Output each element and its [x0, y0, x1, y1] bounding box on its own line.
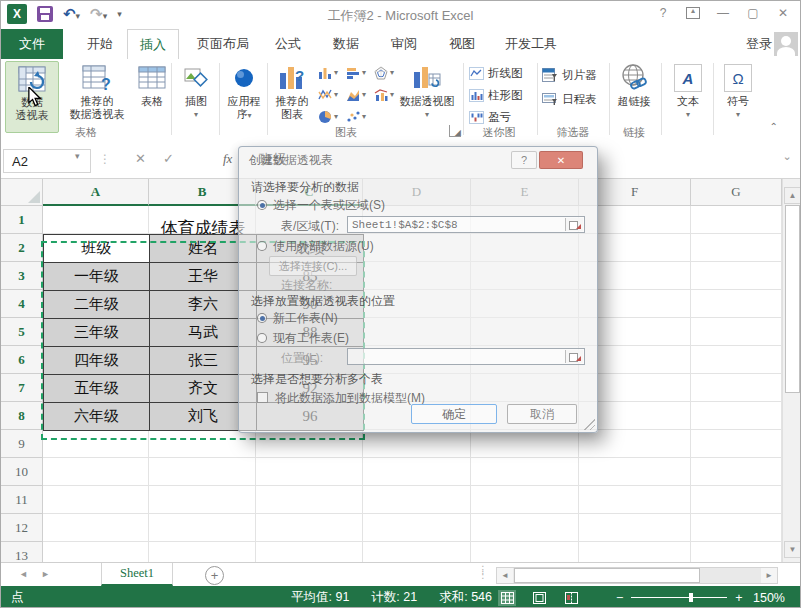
data-cell-A6[interactable]: 四年级: [43, 346, 150, 375]
insert-radar-chart-button[interactable]: ▾: [373, 63, 400, 82]
radio-existing-worksheet[interactable]: [257, 333, 267, 343]
name-box-dropdown-icon[interactable]: ▾: [75, 151, 80, 161]
radio-external-source-label[interactable]: 使用外部数据源(U): [273, 238, 374, 255]
cell-G5[interactable]: [691, 318, 782, 346]
hyperlink-button[interactable]: 超链接: [612, 61, 656, 133]
column-header-G[interactable]: G: [691, 179, 782, 206]
cell-G11[interactable]: [691, 486, 782, 514]
new-sheet-icon[interactable]: +: [205, 566, 224, 585]
scroll-left-icon[interactable]: ◄: [497, 568, 513, 583]
cell-C11[interactable]: [256, 486, 363, 514]
data-cell-A4[interactable]: 二年级: [43, 290, 150, 319]
zoom-slider[interactable]: [631, 597, 727, 598]
row-header-12[interactable]: 12: [1, 514, 43, 542]
insert-column-chart-button[interactable]: ▾: [317, 63, 344, 82]
close-icon[interactable]: ✕: [770, 3, 796, 23]
radio-new-worksheet-label[interactable]: 新工作表(N): [273, 310, 338, 327]
data-cell-A7[interactable]: 五年级: [43, 374, 150, 403]
tab-active-1[interactable]: 插入: [127, 29, 179, 60]
avatar[interactable]: [774, 32, 798, 56]
radio-new-worksheet[interactable]: [257, 313, 267, 323]
formula-bar-splitter[interactable]: ⋮: [99, 152, 110, 166]
row-header-8[interactable]: 8: [1, 402, 43, 430]
cell-B13[interactable]: [149, 542, 256, 562]
tab-5[interactable]: 审阅: [379, 29, 429, 59]
cell-F12[interactable]: [579, 514, 691, 542]
insert-area-chart-button[interactable]: ▾: [345, 85, 372, 104]
tab-scrollbar-splitter[interactable]: ⋮⋮: [478, 567, 488, 577]
cancel-entry-icon[interactable]: ✕: [135, 151, 146, 166]
sparkline-column-button[interactable]: 柱形图: [469, 85, 531, 105]
row-header-13[interactable]: 13: [1, 542, 43, 562]
cell-F13[interactable]: [579, 542, 691, 562]
cell-F10[interactable]: [579, 458, 691, 486]
sheet-tab-sheet1[interactable]: Sheet1: [101, 563, 173, 586]
confirm-entry-icon[interactable]: ✓: [163, 151, 174, 166]
cell-F9[interactable]: [579, 430, 691, 458]
cell-G7[interactable]: [691, 374, 782, 402]
dialog-close-icon[interactable]: ✕: [539, 151, 583, 169]
column-header-A[interactable]: A: [43, 179, 149, 206]
cell-D12[interactable]: [363, 514, 471, 542]
insert-bar-chart-button[interactable]: ▾: [345, 63, 372, 82]
help-icon[interactable]: ?: [650, 3, 676, 23]
location-input[interactable]: [347, 348, 585, 365]
row-header-1[interactable]: 1: [1, 206, 43, 234]
cell-G4[interactable]: [691, 290, 782, 318]
header-cell-A2[interactable]: 班级: [43, 234, 150, 263]
checkbox-add-to-data-model[interactable]: [257, 392, 268, 403]
radio-existing-worksheet-label[interactable]: 现有工作表(E): [273, 330, 349, 347]
row-header-6[interactable]: 6: [1, 346, 43, 374]
radio-external-source[interactable]: [257, 241, 267, 251]
table-button[interactable]: 表格: [135, 61, 169, 133]
maximize-icon[interactable]: ▢: [740, 3, 766, 23]
timeline-button[interactable]: 日程表: [542, 89, 604, 109]
cell-B9[interactable]: [149, 430, 256, 458]
apps-button[interactable]: 应用程 序▾: [223, 61, 265, 133]
choose-connection-button[interactable]: 选择连接(C)...: [269, 256, 357, 276]
row-header-11[interactable]: 11: [1, 486, 43, 514]
tab-file[interactable]: 文件: [1, 29, 63, 59]
tab-0[interactable]: 开始: [75, 29, 125, 59]
tab-7[interactable]: 开发工具: [493, 29, 569, 59]
symbols-button[interactable]: Ω 符号 ▾: [717, 61, 759, 133]
table-range-input[interactable]: Sheet1!$A$2:$C$8: [347, 216, 585, 233]
cell-D9[interactable]: [363, 430, 471, 458]
cell-A11[interactable]: [43, 486, 149, 514]
pivotchart-button[interactable]: 数据透视图 ▾: [397, 61, 457, 133]
horizontal-scroll-thumb[interactable]: [514, 568, 700, 583]
cell-A13[interactable]: [43, 542, 149, 562]
row-header-7[interactable]: 7: [1, 374, 43, 402]
vertical-scroll-thumb[interactable]: [785, 205, 800, 393]
cell-C10[interactable]: [256, 458, 363, 486]
sheet-nav-right-icon[interactable]: ►: [41, 569, 50, 579]
row-header-9[interactable]: 9: [1, 430, 43, 458]
data-cell-A8[interactable]: 六年级: [43, 402, 150, 431]
insert-line-chart-button[interactable]: ▾: [317, 85, 344, 104]
sparkline-winloss-button[interactable]: 盈亏: [469, 107, 531, 127]
cell-E10[interactable]: [471, 458, 579, 486]
cell-G9[interactable]: [691, 430, 782, 458]
cell-C13[interactable]: [256, 542, 363, 562]
zoom-percentage[interactable]: 150%: [753, 591, 785, 605]
cell-B10[interactable]: [149, 458, 256, 486]
cell-G12[interactable]: [691, 514, 782, 542]
cell-G3[interactable]: [691, 262, 782, 290]
range-picker-icon[interactable]: [565, 350, 583, 363]
minimize-icon[interactable]: —: [710, 3, 736, 23]
text-button[interactable]: A 文本 ▾: [667, 61, 709, 133]
ribbon-display-options-icon[interactable]: ▴: [680, 3, 706, 23]
select-all-corner[interactable]: [1, 179, 43, 206]
checkbox-add-to-data-model-label[interactable]: 将此数据添加到数据模型(M): [275, 390, 425, 407]
scroll-right-icon[interactable]: ►: [761, 568, 777, 583]
recommended-charts-button[interactable]: ? 推荐的 图表: [270, 61, 314, 133]
cell-G10[interactable]: [691, 458, 782, 486]
normal-view-icon[interactable]: [498, 590, 516, 606]
row-header-5[interactable]: 5: [1, 318, 43, 346]
tab-6[interactable]: 视图: [437, 29, 487, 59]
cell-C9[interactable]: [256, 430, 363, 458]
tab-3[interactable]: 公式: [263, 29, 313, 59]
ok-button[interactable]: 确定: [411, 404, 497, 424]
cell-G1[interactable]: [691, 206, 782, 234]
scroll-down-icon[interactable]: ▼: [784, 541, 801, 558]
